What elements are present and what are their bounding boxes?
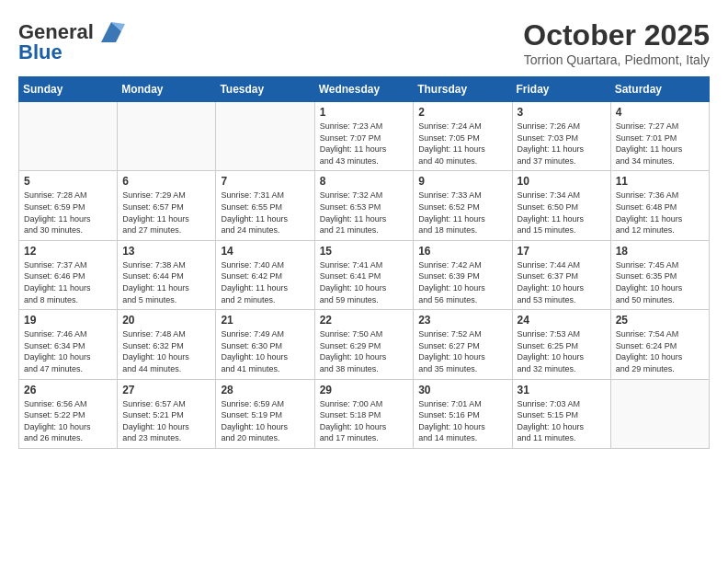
day-info: Sunrise: 7:23 AM Sunset: 7:07 PM Dayligh… xyxy=(320,121,409,167)
day-info: Sunrise: 7:31 AM Sunset: 6:55 PM Dayligh… xyxy=(221,190,309,236)
calendar-cell: 24Sunrise: 7:53 AM Sunset: 6:25 PM Dayli… xyxy=(512,310,610,379)
day-number: 29 xyxy=(320,384,409,396)
logo-icon xyxy=(97,18,125,46)
day-info: Sunrise: 7:46 AM Sunset: 6:34 PM Dayligh… xyxy=(24,328,112,374)
day-info: Sunrise: 7:54 AM Sunset: 6:24 PM Dayligh… xyxy=(616,328,704,374)
calendar-cell: 8Sunrise: 7:32 AM Sunset: 6:53 PM Daylig… xyxy=(314,171,414,240)
location: Torrion Quartara, Piedmont, Italy xyxy=(523,52,710,67)
calendar-cell: 17Sunrise: 7:44 AM Sunset: 6:37 PM Dayli… xyxy=(512,240,610,309)
day-number: 27 xyxy=(122,384,210,396)
weekday-header-friday: Friday xyxy=(512,77,610,102)
day-info: Sunrise: 7:41 AM Sunset: 6:41 PM Dayligh… xyxy=(320,259,409,305)
day-info: Sunrise: 7:48 AM Sunset: 6:32 PM Dayligh… xyxy=(122,328,210,374)
calendar-week-2: 5Sunrise: 7:28 AM Sunset: 6:59 PM Daylig… xyxy=(19,171,710,240)
weekday-header-thursday: Thursday xyxy=(414,77,512,102)
day-number: 5 xyxy=(24,175,112,188)
day-number: 30 xyxy=(418,384,506,396)
day-number: 2 xyxy=(418,106,506,119)
day-number: 13 xyxy=(122,245,210,258)
calendar-cell: 22Sunrise: 7:50 AM Sunset: 6:29 PM Dayli… xyxy=(314,310,414,379)
day-number: 3 xyxy=(518,106,606,119)
day-info: Sunrise: 7:26 AM Sunset: 7:03 PM Dayligh… xyxy=(518,121,606,167)
day-number: 9 xyxy=(418,175,506,188)
day-number: 16 xyxy=(418,245,506,258)
day-info: Sunrise: 7:24 AM Sunset: 7:05 PM Dayligh… xyxy=(418,121,506,167)
calendar-cell: 12Sunrise: 7:37 AM Sunset: 6:46 PM Dayli… xyxy=(19,240,118,309)
day-info: Sunrise: 7:00 AM Sunset: 5:18 PM Dayligh… xyxy=(320,398,409,444)
day-number: 22 xyxy=(320,314,409,327)
day-number: 20 xyxy=(122,314,210,327)
day-info: Sunrise: 7:38 AM Sunset: 6:44 PM Dayligh… xyxy=(122,259,210,305)
day-info: Sunrise: 6:59 AM Sunset: 5:19 PM Dayligh… xyxy=(221,398,309,444)
day-number: 10 xyxy=(518,175,606,188)
weekday-header-wednesday: Wednesday xyxy=(314,77,414,102)
day-number: 4 xyxy=(616,106,704,119)
calendar-cell: 7Sunrise: 7:31 AM Sunset: 6:55 PM Daylig… xyxy=(216,171,314,240)
day-info: Sunrise: 7:29 AM Sunset: 6:57 PM Dayligh… xyxy=(122,190,210,236)
calendar-cell: 11Sunrise: 7:36 AM Sunset: 6:48 PM Dayli… xyxy=(610,171,709,240)
calendar-cell: 27Sunrise: 6:57 AM Sunset: 5:21 PM Dayli… xyxy=(118,379,216,448)
calendar-week-3: 12Sunrise: 7:37 AM Sunset: 6:46 PM Dayli… xyxy=(19,240,710,309)
day-number: 1 xyxy=(320,106,409,119)
page-header: General Blue October 2025 Torrion Quarta… xyxy=(18,18,710,67)
calendar-cell: 16Sunrise: 7:42 AM Sunset: 6:39 PM Dayli… xyxy=(414,240,512,309)
calendar-cell: 25Sunrise: 7:54 AM Sunset: 6:24 PM Dayli… xyxy=(610,310,709,379)
weekday-header-tuesday: Tuesday xyxy=(216,77,314,102)
day-info: Sunrise: 7:01 AM Sunset: 5:16 PM Dayligh… xyxy=(418,398,506,444)
day-number: 6 xyxy=(122,175,210,188)
day-number: 28 xyxy=(221,384,309,396)
day-number: 21 xyxy=(221,314,309,327)
calendar-cell xyxy=(19,102,118,171)
calendar-cell: 6Sunrise: 7:29 AM Sunset: 6:57 PM Daylig… xyxy=(118,171,216,240)
calendar-cell xyxy=(610,379,709,448)
day-number: 18 xyxy=(616,245,704,258)
day-number: 25 xyxy=(616,314,704,327)
calendar-cell: 10Sunrise: 7:34 AM Sunset: 6:50 PM Dayli… xyxy=(512,171,610,240)
calendar-cell: 9Sunrise: 7:33 AM Sunset: 6:52 PM Daylig… xyxy=(414,171,512,240)
day-info: Sunrise: 6:57 AM Sunset: 5:21 PM Dayligh… xyxy=(122,398,210,444)
day-info: Sunrise: 7:37 AM Sunset: 6:46 PM Dayligh… xyxy=(24,259,112,305)
day-info: Sunrise: 7:03 AM Sunset: 5:15 PM Dayligh… xyxy=(518,398,606,444)
calendar-cell: 1Sunrise: 7:23 AM Sunset: 7:07 PM Daylig… xyxy=(314,102,414,171)
calendar-week-4: 19Sunrise: 7:46 AM Sunset: 6:34 PM Dayli… xyxy=(19,310,710,379)
day-info: Sunrise: 7:28 AM Sunset: 6:59 PM Dayligh… xyxy=(24,190,112,236)
calendar-cell: 26Sunrise: 6:56 AM Sunset: 5:22 PM Dayli… xyxy=(19,379,118,448)
calendar-cell: 21Sunrise: 7:49 AM Sunset: 6:30 PM Dayli… xyxy=(216,310,314,379)
day-info: Sunrise: 7:40 AM Sunset: 6:42 PM Dayligh… xyxy=(221,259,309,305)
day-info: Sunrise: 7:36 AM Sunset: 6:48 PM Dayligh… xyxy=(616,190,704,236)
weekday-header-sunday: Sunday xyxy=(19,77,118,102)
day-info: Sunrise: 6:56 AM Sunset: 5:22 PM Dayligh… xyxy=(24,398,112,444)
weekday-header-monday: Monday xyxy=(118,77,216,102)
day-number: 15 xyxy=(320,245,409,258)
calendar-cell: 13Sunrise: 7:38 AM Sunset: 6:44 PM Dayli… xyxy=(118,240,216,309)
calendar-week-5: 26Sunrise: 6:56 AM Sunset: 5:22 PM Dayli… xyxy=(19,379,710,448)
day-number: 17 xyxy=(518,245,606,258)
calendar-cell: 29Sunrise: 7:00 AM Sunset: 5:18 PM Dayli… xyxy=(314,379,414,448)
month-title: October 2025 xyxy=(523,18,710,52)
weekday-header-row: SundayMondayTuesdayWednesdayThursdayFrid… xyxy=(19,77,710,102)
day-info: Sunrise: 7:52 AM Sunset: 6:27 PM Dayligh… xyxy=(418,328,506,374)
calendar-cell: 23Sunrise: 7:52 AM Sunset: 6:27 PM Dayli… xyxy=(414,310,512,379)
day-info: Sunrise: 7:50 AM Sunset: 6:29 PM Dayligh… xyxy=(320,328,409,374)
day-info: Sunrise: 7:45 AM Sunset: 6:35 PM Dayligh… xyxy=(616,259,704,305)
calendar-cell: 2Sunrise: 7:24 AM Sunset: 7:05 PM Daylig… xyxy=(414,102,512,171)
day-info: Sunrise: 7:34 AM Sunset: 6:50 PM Dayligh… xyxy=(518,190,606,236)
calendar-cell xyxy=(118,102,216,171)
day-info: Sunrise: 7:44 AM Sunset: 6:37 PM Dayligh… xyxy=(518,259,606,305)
day-number: 8 xyxy=(320,175,409,188)
day-number: 31 xyxy=(518,384,606,396)
calendar-cell: 3Sunrise: 7:26 AM Sunset: 7:03 PM Daylig… xyxy=(512,102,610,171)
day-number: 11 xyxy=(616,175,704,188)
calendar-week-1: 1Sunrise: 7:23 AM Sunset: 7:07 PM Daylig… xyxy=(19,102,710,171)
calendar-cell xyxy=(216,102,314,171)
calendar-cell: 20Sunrise: 7:48 AM Sunset: 6:32 PM Dayli… xyxy=(118,310,216,379)
day-number: 23 xyxy=(418,314,506,327)
day-number: 26 xyxy=(24,384,112,396)
calendar-cell: 5Sunrise: 7:28 AM Sunset: 6:59 PM Daylig… xyxy=(19,171,118,240)
day-info: Sunrise: 7:42 AM Sunset: 6:39 PM Dayligh… xyxy=(418,259,506,305)
day-info: Sunrise: 7:49 AM Sunset: 6:30 PM Dayligh… xyxy=(221,328,309,374)
day-number: 12 xyxy=(24,245,112,258)
day-info: Sunrise: 7:33 AM Sunset: 6:52 PM Dayligh… xyxy=(418,190,506,236)
calendar-cell: 4Sunrise: 7:27 AM Sunset: 7:01 PM Daylig… xyxy=(610,102,709,171)
calendar-cell: 28Sunrise: 6:59 AM Sunset: 5:19 PM Dayli… xyxy=(216,379,314,448)
